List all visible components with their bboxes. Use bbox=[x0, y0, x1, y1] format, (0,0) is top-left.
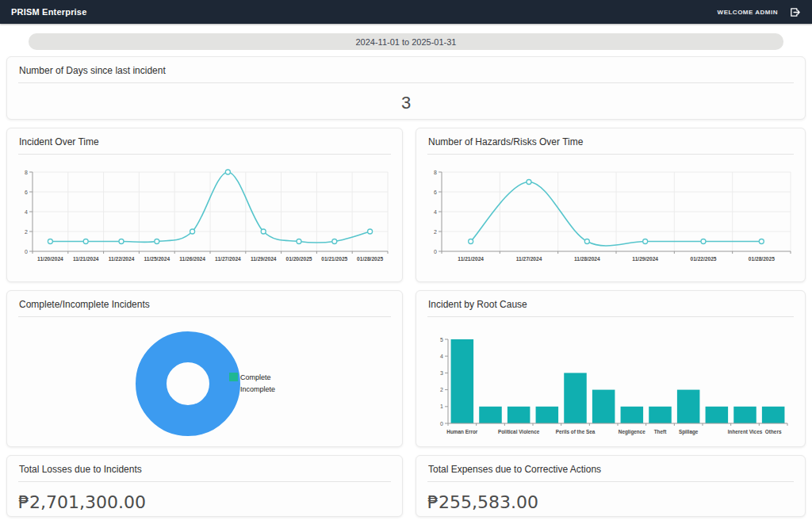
root-cause-title: Incident by Root Cause bbox=[416, 291, 805, 316]
svg-text:0: 0 bbox=[25, 248, 28, 254]
svg-text:11/21/2024: 11/21/2024 bbox=[73, 256, 99, 262]
svg-text:11/21/2024: 11/21/2024 bbox=[458, 256, 484, 262]
svg-text:Theft: Theft bbox=[654, 429, 667, 434]
complete-incomplete-card: Complete/Incomplete Incidents CompleteIn… bbox=[6, 290, 403, 447]
svg-text:0: 0 bbox=[440, 420, 443, 426]
total-expenses-title: Total Expenses due to Corrective Actions bbox=[416, 456, 805, 481]
app-brand[interactable]: PRISM Enterprise bbox=[11, 7, 87, 17]
svg-text:Political Violence: Political Violence bbox=[498, 429, 540, 434]
complete-incomplete-title: Complete/Incomplete Incidents bbox=[7, 291, 402, 316]
svg-text:Complete: Complete bbox=[240, 373, 271, 381]
svg-text:Inherent Vices: Inherent Vices bbox=[728, 429, 763, 434]
svg-text:4: 4 bbox=[25, 209, 28, 214]
svg-text:11/27/2024: 11/27/2024 bbox=[215, 256, 241, 262]
svg-text:11/20/2024: 11/20/2024 bbox=[37, 256, 63, 262]
svg-text:4: 4 bbox=[434, 209, 437, 214]
svg-text:8: 8 bbox=[434, 169, 437, 174]
svg-text:01/21/2025: 01/21/2025 bbox=[321, 256, 347, 262]
root-cause-bar-chart: 012345Human ErrorPolitical ViolencePeril… bbox=[427, 333, 794, 442]
divider bbox=[18, 316, 391, 317]
svg-text:0: 0 bbox=[434, 248, 437, 254]
filter-row: 2024-11-01 to 2025-01-31 bbox=[0, 24, 812, 50]
total-expenses-value: ₱255,583.00 bbox=[416, 482, 805, 512]
top-navbar: PRISM Enterprise WELCOME ADMIN bbox=[0, 0, 812, 24]
root-cause-card: Incident by Root Cause 012345Human Error… bbox=[416, 290, 806, 447]
svg-text:8: 8 bbox=[25, 169, 28, 174]
svg-text:Perils of the Sea: Perils of the Sea bbox=[556, 429, 596, 434]
total-losses-value: ₱2,701,300.00 bbox=[7, 482, 402, 512]
navbar-right: WELCOME ADMIN bbox=[718, 6, 801, 18]
divider bbox=[18, 154, 391, 155]
svg-text:5: 5 bbox=[440, 336, 443, 342]
svg-text:01/22/2025: 01/22/2025 bbox=[690, 256, 716, 262]
days-since-incident-value: 3 bbox=[7, 93, 805, 113]
svg-text:3: 3 bbox=[440, 370, 443, 376]
complete-incomplete-donut-chart: CompleteIncomplete bbox=[7, 319, 400, 447]
svg-text:Spillage: Spillage bbox=[679, 429, 699, 435]
incident-over-time-title: Incident Over Time bbox=[7, 128, 402, 154]
hazards-over-time-card: Number of Hazards/Risks Over Time 024681… bbox=[416, 128, 806, 282]
svg-text:11/28/2024: 11/28/2024 bbox=[574, 256, 600, 262]
svg-text:11/27/2024: 11/27/2024 bbox=[516, 256, 542, 262]
svg-text:6: 6 bbox=[25, 189, 28, 194]
svg-text:11/29/2024: 11/29/2024 bbox=[632, 256, 658, 262]
divider bbox=[18, 82, 794, 83]
dashboard-content: Number of Days since last incident 3 Inc… bbox=[0, 50, 812, 517]
svg-text:01/20/2025: 01/20/2025 bbox=[285, 256, 312, 262]
incident-over-time-chart: 0246811/20/202411/21/202411/22/202411/25… bbox=[12, 166, 394, 267]
svg-text:01/28/2025: 01/28/2025 bbox=[357, 256, 383, 262]
svg-text:11/22/2024: 11/22/2024 bbox=[109, 256, 135, 262]
date-range-filter[interactable]: 2024-11-01 to 2025-01-31 bbox=[29, 33, 783, 50]
total-losses-card: Total Losses due to Incidents ₱2,701,300… bbox=[6, 455, 403, 517]
svg-text:Human Error: Human Error bbox=[446, 429, 478, 434]
svg-text:11/26/2024: 11/26/2024 bbox=[179, 256, 205, 262]
svg-text:Incomplete: Incomplete bbox=[240, 385, 275, 393]
svg-text:2: 2 bbox=[434, 228, 437, 234]
svg-text:11/29/2024: 11/29/2024 bbox=[251, 256, 277, 262]
logout-icon[interactable] bbox=[789, 6, 801, 18]
svg-text:11/25/2024: 11/25/2024 bbox=[144, 256, 170, 262]
svg-text:01/28/2025: 01/28/2025 bbox=[749, 256, 775, 262]
total-expenses-card: Total Expenses due to Corrective Actions… bbox=[416, 455, 806, 517]
svg-text:Others: Others bbox=[765, 429, 782, 434]
svg-text:2: 2 bbox=[440, 387, 443, 392]
incident-over-time-card: Incident Over Time 0246811/20/202411/21/… bbox=[6, 128, 403, 282]
total-losses-title: Total Losses due to Incidents bbox=[7, 456, 402, 481]
welcome-admin-label: WELCOME ADMIN bbox=[718, 9, 778, 16]
days-since-incident-card: Number of Days since last incident 3 bbox=[6, 56, 806, 120]
svg-text:2: 2 bbox=[25, 228, 28, 234]
svg-text:6: 6 bbox=[434, 189, 437, 194]
divider bbox=[427, 154, 794, 155]
svg-text:Negligence: Negligence bbox=[619, 429, 646, 435]
divider bbox=[427, 316, 794, 317]
svg-text:1: 1 bbox=[440, 404, 443, 409]
hazards-over-time-chart: 0246811/21/202411/27/202411/28/202411/29… bbox=[421, 166, 797, 267]
hazards-over-time-title: Number of Hazards/Risks Over Time bbox=[416, 128, 805, 154]
days-since-incident-title: Number of Days since last incident bbox=[7, 57, 805, 82]
svg-text:4: 4 bbox=[440, 353, 443, 358]
